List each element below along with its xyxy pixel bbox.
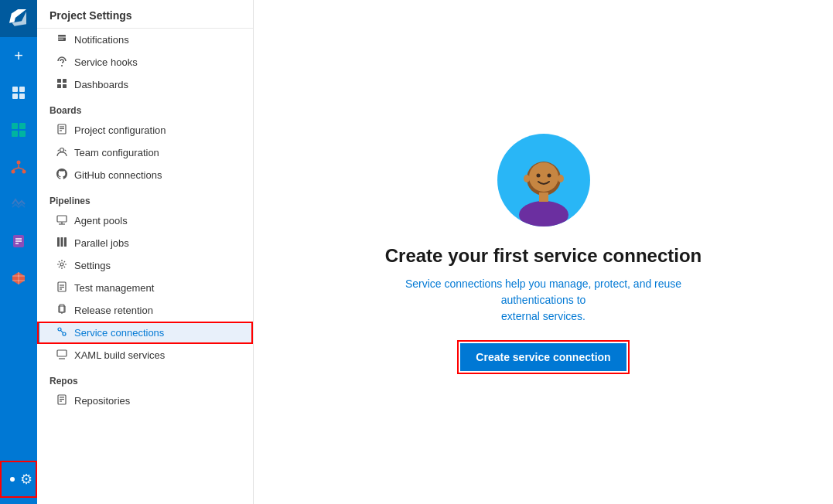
svg-point-57 — [547, 173, 551, 177]
svg-point-60 — [524, 175, 530, 182]
sidebar-item-settings[interactable]: Settings — [37, 254, 253, 277]
svg-rect-31 — [57, 216, 67, 222]
svg-rect-3 — [19, 94, 25, 99]
agent-pools-icon — [56, 214, 68, 227]
svg-rect-36 — [64, 237, 67, 247]
repositories-icon — [56, 394, 68, 407]
svg-point-8 — [17, 161, 21, 165]
test-management-label: Test management — [74, 282, 154, 294]
activity-bar: + — [0, 0, 37, 504]
notifications-label: Notifications — [74, 34, 129, 46]
release-retention-icon — [56, 304, 68, 317]
github-icon — [56, 169, 68, 182]
overview-icon[interactable] — [0, 74, 37, 111]
test-management-icon — [56, 281, 68, 295]
sidebar-scroll: Notifications Service hooks — [37, 29, 253, 504]
svg-point-21 — [61, 65, 63, 66]
sidebar-item-service-hooks[interactable]: Service hooks — [37, 51, 253, 73]
github-connections-label: GitHub connections — [74, 169, 162, 181]
hero-subtitle-text1: Service connections help you manage, pro… — [405, 278, 681, 306]
sidebar-item-team-configuration[interactable]: Team configuration — [37, 141, 253, 164]
sidebar-item-agent-pools[interactable]: Agent pools — [37, 209, 253, 232]
svg-rect-7 — [19, 131, 26, 137]
service-hooks-icon — [56, 56, 68, 69]
project-config-label: Project configuration — [74, 124, 166, 136]
service-hooks-label: Service hooks — [74, 56, 138, 68]
testplans-nav-icon[interactable] — [0, 223, 37, 260]
sidebar-item-release-retention[interactable]: Release retention — [37, 299, 253, 322]
svg-rect-4 — [12, 123, 18, 129]
svg-rect-18 — [58, 35, 66, 41]
sidebar-header: Project Settings — [37, 0, 253, 29]
hero-subtitle-link: external services. — [501, 310, 585, 322]
create-service-connection-button[interactable]: Create service connection — [460, 343, 626, 371]
svg-point-10 — [22, 170, 26, 174]
agent-pools-label: Agent pools — [74, 215, 128, 226]
repos-nav-icon[interactable] — [0, 148, 37, 186]
hero-title: Create your first service connection — [385, 245, 702, 267]
pipelines-nav-icon[interactable] — [0, 186, 37, 223]
sidebar-item-parallel-jobs[interactable]: Parallel jobs — [37, 232, 253, 254]
settings-label: Settings — [74, 260, 111, 271]
svg-point-56 — [536, 173, 540, 177]
sidebar-item-test-management[interactable]: Test management — [37, 277, 253, 299]
svg-rect-1 — [19, 87, 25, 92]
svg-rect-23 — [63, 79, 67, 83]
svg-rect-59 — [539, 192, 548, 202]
team-config-icon — [56, 146, 68, 159]
svg-point-46 — [63, 332, 66, 335]
boards-section-label: Boards — [37, 96, 253, 119]
pipelines-section-label: Pipelines — [37, 186, 253, 209]
service-connections-icon — [56, 326, 68, 339]
hero-subtitle: Service connections help you manage, pro… — [374, 276, 714, 325]
add-icon[interactable]: + — [0, 37, 37, 74]
activity-bar-bottom: ⚙ — [0, 461, 37, 504]
sidebar-item-service-connections[interactable]: Service connections — [37, 322, 253, 344]
svg-line-13 — [19, 168, 24, 170]
service-connections-label: Service connections — [74, 327, 164, 339]
xaml-build-icon — [56, 349, 68, 362]
svg-rect-25 — [63, 84, 67, 88]
repositories-label: Repositories — [74, 395, 130, 407]
svg-rect-35 — [61, 237, 63, 247]
svg-point-9 — [12, 170, 15, 174]
svg-rect-0 — [12, 87, 18, 92]
svg-rect-6 — [12, 131, 18, 137]
parallel-jobs-icon — [56, 237, 68, 250]
release-retention-label: Release retention — [74, 305, 153, 316]
artifacts-nav-icon[interactable] — [0, 260, 37, 297]
svg-point-58 — [519, 201, 568, 226]
svg-rect-34 — [57, 237, 60, 247]
activity-bar-top: + — [0, 0, 37, 297]
sidebar: Project Settings Notifications Ser — [37, 0, 254, 504]
sidebar-item-project-configuration[interactable]: Project configuration — [37, 119, 253, 141]
notifications-icon — [56, 33, 68, 46]
svg-point-30 — [60, 148, 64, 152]
svg-line-47 — [60, 330, 63, 332]
team-config-label: Team configuration — [74, 147, 159, 158]
main-content: Create your first service connection Ser… — [254, 0, 833, 504]
svg-point-45 — [58, 328, 61, 331]
xaml-build-services-label: XAML build services — [74, 349, 165, 361]
sidebar-item-repositories[interactable]: Repositories — [37, 390, 253, 412]
dashboards-icon — [56, 78, 68, 91]
hero-avatar — [497, 134, 590, 226]
sidebar-item-github-connections[interactable]: GitHub connections — [37, 164, 253, 186]
sidebar-item-dashboards[interactable]: Dashboards — [37, 73, 253, 96]
parallel-jobs-label: Parallel jobs — [74, 237, 129, 249]
boards-nav-icon[interactable] — [0, 111, 37, 148]
settings-bottom-icon[interactable]: ⚙ — [0, 461, 37, 498]
svg-point-55 — [529, 162, 558, 192]
svg-rect-5 — [19, 123, 26, 129]
repos-section-label: Repos — [37, 366, 253, 390]
project-config-icon — [56, 124, 68, 137]
sidebar-item-notifications[interactable]: Notifications — [37, 29, 253, 51]
svg-rect-22 — [57, 79, 61, 83]
svg-rect-2 — [12, 94, 18, 99]
svg-point-61 — [558, 175, 564, 182]
sidebar-item-xaml-build-services[interactable]: XAML build services — [37, 344, 253, 366]
azure-devops-logo[interactable] — [0, 0, 37, 37]
svg-point-37 — [60, 263, 63, 266]
dashboards-label: Dashboards — [74, 79, 128, 90]
svg-rect-48 — [57, 350, 67, 356]
